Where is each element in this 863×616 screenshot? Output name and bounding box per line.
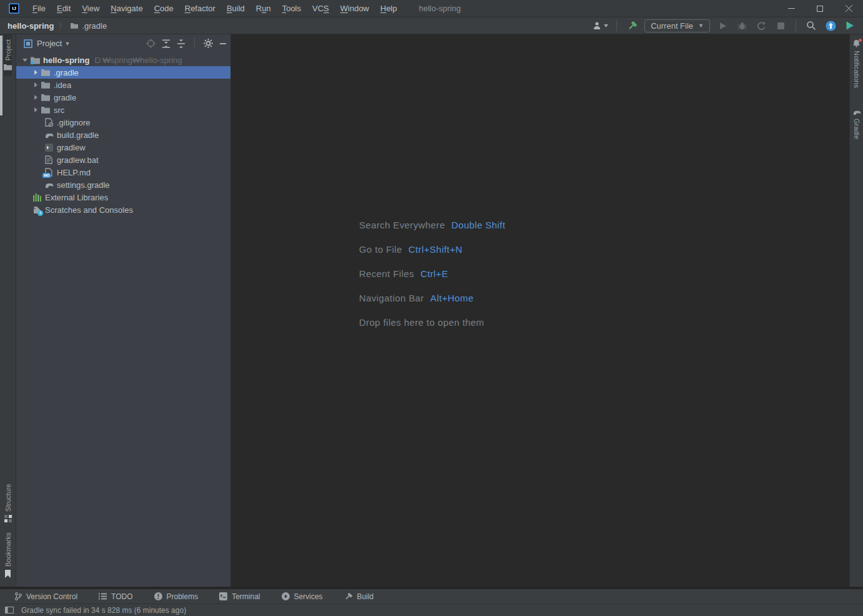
menu-navigate[interactable]: Navigate [105,1,148,16]
menu-view[interactable]: View [76,1,105,16]
toolwindow-build[interactable]: Build [344,592,374,601]
hint-shortcut: Ctrl+E [420,268,448,279]
hint-drop-files: Drop files here to open them [359,317,505,328]
user-icon [593,21,603,30]
debug-button[interactable] [735,19,749,32]
close-button[interactable] [834,0,863,17]
hide-panel-icon[interactable] [219,40,227,47]
tree-row-idea[interactable]: .idea [16,79,230,91]
title-bar: IJ File Edit View Navigate Code Refactor… [0,0,863,17]
collapse-all-icon[interactable] [177,39,185,48]
tree-row-external-libraries[interactable]: External Libraries [16,191,230,203]
ide-update-button[interactable] [824,19,837,32]
chevron-right-icon[interactable] [31,95,41,100]
tree-label: HELP.md [57,168,91,177]
tree-row-help-md[interactable]: MD HELP.md [16,166,230,178]
breadcrumb-project[interactable]: hello-spring [7,21,54,31]
tree-row-gitignore[interactable]: .gitignore [16,116,230,129]
stripe-tab-structure[interactable]: Structure [4,479,12,527]
menu-code[interactable]: Code [149,1,179,16]
vcs-user-button[interactable] [593,19,608,32]
tree-row-src[interactable]: src [16,104,230,116]
toolwindow-label: Version Control [26,592,77,601]
close-icon [846,5,852,12]
menu-tools[interactable]: Tools [277,1,307,16]
toolwindow-todo[interactable]: TODO [99,592,132,601]
hint-shortcut: Alt+Home [430,293,473,303]
intellij-logo-icon: IJ [9,3,19,14]
menu-edit[interactable]: Edit [51,1,76,16]
chevron-right-icon[interactable] [31,70,41,75]
divider [194,38,195,49]
hint-go-to-file: Go to File Ctrl+Shift+N [359,244,505,255]
chevron-down-icon[interactable]: ▼ [64,41,70,47]
stripe-tab-gradle[interactable]: Gradle [852,104,861,144]
stop-icon [777,22,784,29]
maximize-button[interactable] [806,0,834,17]
editor-area[interactable]: Search Everywhere Double Shift Go to Fil… [231,34,849,587]
stripe-tab-notifications[interactable]: Notifications [852,34,861,93]
gear-icon[interactable] [204,39,213,48]
profiler-button[interactable] [754,19,768,32]
chevron-right-icon[interactable] [31,107,41,112]
breadcrumb-folder[interactable]: .gradle [70,21,107,31]
expand-all-icon[interactable] [162,39,170,48]
build-hammer-icon [344,592,353,601]
hint-label: Search Everywhere [359,220,445,230]
minimize-icon [788,5,795,12]
project-root-folder-icon [30,55,40,65]
project-panel-title[interactable]: Project [37,39,62,48]
search-everywhere-button[interactable] [804,19,818,32]
tree-row-build-gradle[interactable]: build.gradle [16,129,230,141]
menu-vcs[interactable]: VCS [307,1,335,16]
toolwindow-services[interactable]: Services [282,592,323,601]
run-button[interactable] [716,19,729,32]
stripe-tab-structure-label: Structure [4,484,12,512]
tree-row-gradle-dot[interactable]: .gradle [16,66,230,79]
tree-row-scratches[interactable]: Scratches and Consoles [16,203,230,216]
stripe-tab-project[interactable]: Project [4,34,12,76]
build-project-button[interactable] [625,19,639,32]
tree-row-gradlew[interactable]: gradlew [16,141,230,154]
menu-help[interactable]: Help [375,1,403,16]
menu-build[interactable]: Build [221,1,250,16]
text-file-icon [44,155,54,165]
tree-row-gradlew-bat[interactable]: gradlew.bat [16,154,230,166]
bottom-toolwindow-bar: Version Control TODO Problems Terminal [0,589,863,604]
toolbox-button[interactable] [843,19,857,32]
toolwindow-layout-icon[interactable] [5,607,14,614]
main-area: Project Structure Bookmarks [0,34,863,587]
status-bar: Gradle sync failed in 34 s 828 ms (6 min… [0,604,863,616]
tree-label: src [54,105,64,115]
hint-recent-files: Recent Files Ctrl+E [359,268,505,279]
toolwindow-version-control[interactable]: Version Control [15,592,77,601]
project-panel-header: Project ▼ [16,34,230,52]
minimize-button[interactable] [777,0,806,17]
tree-label: gradlew [57,143,86,152]
run-configuration-value: Current File [651,21,693,31]
stripe-tab-bookmarks[interactable]: Bookmarks [4,527,12,583]
locate-file-icon[interactable] [146,39,155,48]
toolwindow-terminal[interactable]: Terminal [219,592,260,601]
project-tree: hello-spring D:₩spring₩hello-spring .gra… [16,52,230,587]
intellij-window: IJ File Edit View Navigate Code Refactor… [0,0,863,616]
stop-button[interactable] [774,19,787,32]
tree-row-settings-gradle[interactable]: settings.gradle [16,178,230,191]
main-toolbar: Current File ▼ [593,19,857,32]
menu-file[interactable]: File [27,1,51,16]
bookmark-icon [4,570,11,578]
menu-run[interactable]: Run [250,1,277,16]
gradle-elephant-icon [44,180,54,190]
chevron-right-icon[interactable] [31,82,41,87]
toolwindow-problems[interactable]: Problems [154,592,199,601]
clock-badge-icon [37,210,43,216]
todo-list-icon [99,593,107,600]
tree-row-gradle-folder[interactable]: gradle [16,91,230,104]
run-configuration-select[interactable]: Current File ▼ [644,19,710,32]
chevron-down-icon[interactable] [20,59,30,62]
status-message[interactable]: Gradle sync failed in 34 s 828 ms (6 min… [21,606,186,615]
menu-refactor[interactable]: Refactor [179,1,221,16]
git-branch-icon [15,592,22,600]
menu-window[interactable]: Window [335,1,375,16]
tree-row-root[interactable]: hello-spring D:₩spring₩hello-spring [16,54,230,66]
